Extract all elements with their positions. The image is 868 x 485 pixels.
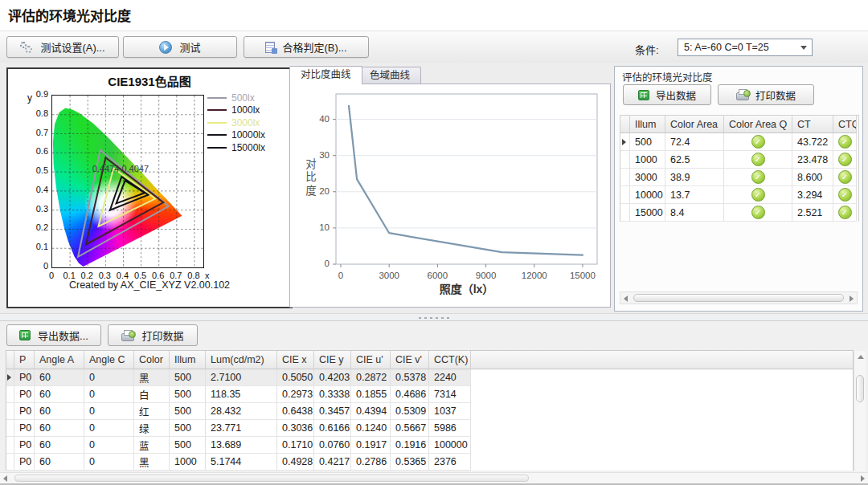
table-cell: ✓	[724, 204, 792, 222]
table-row[interactable]: P0600白500118.350.29730.33380.18550.46867…	[6, 386, 853, 403]
header-cell[interactable]: Angle C	[84, 351, 134, 369]
legend-label: 10000lx	[231, 129, 265, 141]
table-cell: ✓	[833, 133, 857, 151]
legend-label: 1000lx	[231, 104, 260, 116]
row-selector-cell	[620, 204, 630, 222]
header-cell[interactable]: CIE y	[314, 351, 351, 369]
cie-x-tick: 0.2	[77, 271, 96, 280]
row-selector-cell	[620, 133, 630, 151]
cie-plot-area: 0.4474 0.4047	[51, 95, 204, 268]
contrast-chart-panel: 对比度 照度（lx） 01020304003000600090001200015…	[289, 84, 611, 308]
cie-y-tick: 0	[26, 261, 48, 271]
table-cell: ✓	[833, 169, 857, 186]
cie-x-tick: 0.7	[166, 271, 186, 280]
measurement-table: PAngle AAngle CColorIllumLum(cd/m2)CIE x…	[6, 350, 854, 471]
header-cell[interactable]: Color Area Q	[724, 116, 792, 133]
header-cell[interactable]: Lum(cd/m2)	[206, 351, 277, 369]
table-cell: 3000	[630, 169, 665, 186]
table-cell: 7314	[429, 386, 471, 403]
table-cell: 0.1917	[351, 437, 391, 454]
chevron-down-icon[interactable]	[797, 41, 810, 54]
header-cell[interactable]: Illum	[170, 351, 206, 369]
scroll-left-icon[interactable]	[3, 475, 7, 482]
contrast-y-tick: 30	[304, 150, 330, 160]
condition-select[interactable]: 5: A=-60 C=0 T=25	[678, 39, 813, 56]
measurement-table-vscrollbar[interactable]	[854, 351, 866, 471]
table-row[interactable]: 300038.9✓8.600✓	[620, 169, 858, 186]
scroll-left-icon[interactable]	[624, 295, 628, 302]
scrollbar-thumb[interactable]	[14, 475, 529, 482]
row-selector-cell	[6, 403, 14, 420]
table-cell: 0	[84, 437, 134, 454]
table-cell: 500	[630, 133, 665, 151]
table-cell: 0.6166	[314, 420, 351, 437]
header-cell[interactable]: CCT(K)	[429, 351, 471, 369]
cie-caption: Created by AX_CIE_XYZ V2.00.102	[8, 279, 291, 291]
test-button[interactable]: 测试	[123, 36, 237, 58]
scroll-right-icon[interactable]	[861, 475, 865, 482]
legend-item: 500lx	[207, 92, 265, 104]
header-cell[interactable]: Illum	[630, 116, 665, 133]
pass-judgment-button[interactable]: 合格判定(B)...	[244, 36, 369, 58]
export-data-bottom-button[interactable]: 导出数据...	[6, 324, 101, 346]
measurement-table-hscrollbar[interactable]	[0, 472, 868, 483]
print-data-bottom-label: 打印数据	[141, 328, 183, 343]
splitter[interactable]	[0, 313, 868, 321]
table-row[interactable]: 50072.4✓43.722✓	[620, 133, 858, 151]
table-cell: 0	[84, 369, 134, 386]
xls-icon	[19, 330, 31, 340]
scroll-up-icon[interactable]	[858, 355, 864, 359]
table-cell: 0.1855	[351, 386, 391, 403]
header-cell[interactable]: CIE v'	[391, 351, 429, 369]
header-cell-selector	[620, 116, 630, 133]
table-cell: 2.7100	[206, 369, 277, 386]
export-data-button[interactable]: 导出数据	[623, 84, 711, 105]
header-cell[interactable]: P	[14, 351, 35, 369]
print-data-label: 打印数据	[755, 88, 796, 103]
table-row[interactable]: P0600黑10005.17440.49280.42170.27860.5365…	[6, 454, 853, 471]
print-data-bottom-button[interactable]: 打印数据	[108, 324, 198, 346]
tab-gamut-curve[interactable]: 色域曲线	[358, 67, 421, 84]
table-row[interactable]: P0600红50028.4320.64380.34570.43940.53091…	[6, 403, 853, 420]
table-cell: ✓	[833, 204, 857, 222]
table-row[interactable]: P0600蓝50013.6890.17100.07600.19170.19161…	[6, 437, 853, 454]
scroll-right-icon[interactable]	[850, 295, 854, 302]
table-cell: 60	[35, 369, 84, 386]
table-row[interactable]: 1000013.7✓3.294✓	[620, 186, 858, 204]
tab-contrast-curve[interactable]: 对比度曲线	[289, 66, 362, 84]
legend-line-swatch	[207, 147, 227, 149]
table-row[interactable]: P0600黑5002.71000.50500.42030.28720.53782…	[6, 369, 853, 386]
table-cell: ✓	[724, 151, 792, 169]
table-cell: 23.771	[206, 420, 277, 437]
evaluation-table-hscrollbar[interactable]	[620, 291, 858, 304]
header-cell[interactable]: Color Area	[665, 116, 724, 133]
cie-y-tick: 0.8	[26, 108, 48, 118]
test-settings-button[interactable]: 测试设置(A)...	[6, 36, 119, 58]
printer-icon	[736, 92, 749, 100]
table-cell: 13.7	[665, 186, 724, 204]
header-cell[interactable]: CIE x	[277, 351, 314, 369]
splitter-grip-icon[interactable]	[417, 316, 451, 320]
scrollbar-thumb[interactable]	[633, 294, 844, 302]
header-cell[interactable]: Color	[134, 351, 170, 369]
pass-judgment-label: 合格判定(B)...	[282, 39, 346, 55]
table-cell: 黑	[134, 369, 170, 386]
table-cell: P0	[14, 454, 35, 471]
row-selector-cell	[6, 437, 14, 454]
table-row[interactable]: 150008.4✓2.521✓	[620, 204, 858, 222]
header-cell[interactable]: CTQ	[833, 116, 857, 133]
print-data-button[interactable]: 打印数据	[718, 84, 814, 105]
table-cell: 118.35	[206, 386, 277, 403]
table-row[interactable]: P0600绿50023.7710.30360.61660.12400.56675…	[6, 420, 853, 437]
header-cell[interactable]: Angle A	[35, 351, 84, 369]
header-cell[interactable]: CT	[792, 116, 833, 133]
row-selector-cell	[620, 151, 630, 169]
scrollbar-thumb[interactable]	[856, 375, 864, 402]
legend-item: 3000lx	[207, 116, 265, 129]
green-check-icon: ✓	[751, 188, 765, 202]
cie-y-tick: 0.6	[26, 146, 48, 156]
table-row[interactable]: 100062.5✓23.478✓	[620, 151, 858, 169]
header-cell[interactable]: CIE u'	[351, 351, 391, 369]
table-cell: 43.722	[792, 133, 833, 151]
table-cell: 62.5	[665, 151, 724, 169]
